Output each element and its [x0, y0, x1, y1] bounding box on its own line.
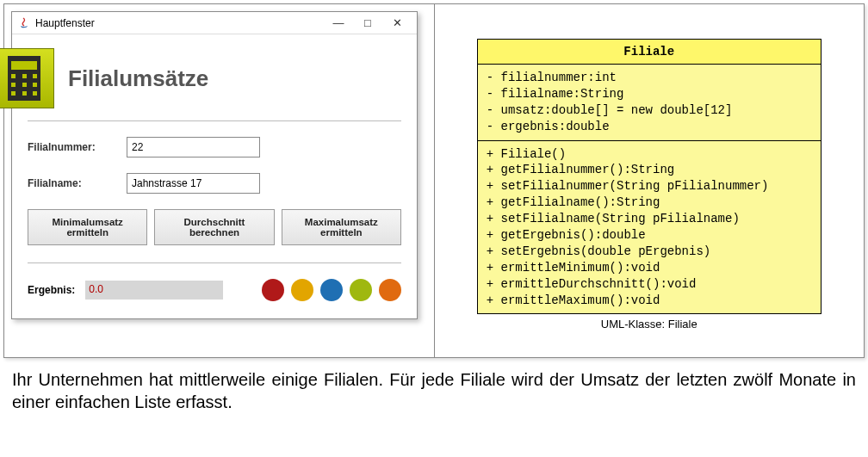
- app-title: Filialumsätze: [68, 65, 208, 92]
- color-dot: [262, 279, 284, 301]
- uml-methods: + Filiale() + getFilialnummer():String +…: [478, 141, 821, 314]
- max-button[interactable]: Maximalumsatz ermitteln: [282, 209, 401, 245]
- calculator-icon: [0, 48, 54, 108]
- divider: [28, 120, 401, 121]
- minimize-button[interactable]: —: [324, 12, 353, 34]
- filialnummer-label: Filialnummer:: [28, 141, 127, 153]
- java-app-icon: [17, 16, 31, 30]
- color-dots: [262, 279, 401, 301]
- filialname-label: Filialname:: [28, 177, 127, 189]
- uml-class-name: Filiale: [478, 40, 821, 65]
- ergebnis-output: 0.0: [85, 281, 223, 300]
- uml-class-box: Filiale - filialnummer:int - filialname:…: [477, 39, 822, 314]
- body-text: Ihr Unternehmen hat mittlerweile einige …: [0, 361, 868, 413]
- filialnummer-input[interactable]: [127, 137, 260, 157]
- window-titlebar: Hauptfenster — □ ✕: [12, 12, 417, 34]
- filialname-input[interactable]: [127, 173, 260, 194]
- ergebnis-label: Ergebnis:: [28, 284, 75, 296]
- min-button[interactable]: Minimalumsatz ermitteln: [28, 209, 147, 245]
- divider: [28, 262, 401, 263]
- uml-attributes: - filialnummer:int - filialname:String -…: [478, 65, 821, 141]
- color-dot: [379, 279, 401, 301]
- close-button[interactable]: ✕: [382, 12, 412, 34]
- color-dot: [350, 279, 372, 301]
- avg-button[interactable]: Durchschnitt berechnen: [154, 209, 274, 245]
- color-dot: [291, 279, 313, 301]
- maximize-button[interactable]: □: [353, 12, 382, 34]
- window-title: Hauptfenster: [35, 17, 95, 29]
- uml-caption: UML-Klasse: Filiale: [601, 318, 698, 330]
- java-window: Hauptfenster — □ ✕: [11, 11, 418, 319]
- color-dot: [320, 279, 343, 301]
